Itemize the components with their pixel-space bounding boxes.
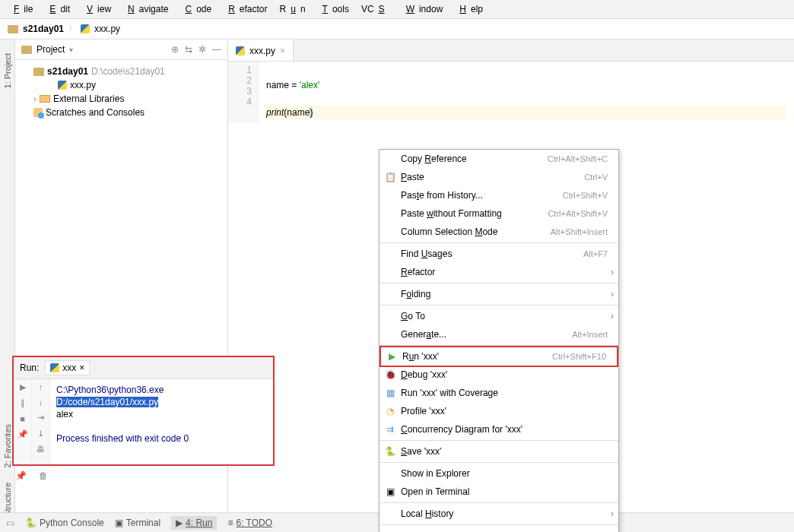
- rerun-icon[interactable]: ▶: [20, 382, 26, 392]
- tool-project[interactable]: 1: Project: [3, 49, 12, 93]
- python-file-icon: [81, 24, 90, 33]
- ctx-refactor[interactable]: Refactor: [380, 263, 618, 281]
- ctx-exec-line[interactable]: Execute Line in ConsoleAlt+Shift+E: [380, 527, 618, 532]
- dropdown-icon[interactable]: ▾: [69, 46, 73, 54]
- hide-icon[interactable]: —: [212, 44, 221, 55]
- close-icon[interactable]: ×: [79, 363, 84, 373]
- paste-icon: 📋: [384, 172, 396, 182]
- pin-icon[interactable]: 📌: [15, 470, 27, 481]
- run-tool-window: Run: xxx × ▶ ∥ ■ 📌 ↑ ↓ ⇥ ⤓ 🖶 C:\Python36…: [12, 356, 275, 466]
- run-output[interactable]: C:\Python36\python36.exe D:/code/s21day0…: [50, 379, 273, 464]
- python-icon: 🐍: [384, 446, 396, 457]
- run-toolbar-mid: ↑ ↓ ⇥ ⤓ 🖶: [32, 379, 50, 464]
- menu-refactor[interactable]: Refactor: [219, 2, 272, 16]
- run-toolbar-bottom: 📌🗑: [12, 467, 55, 484]
- menu-tools[interactable]: Tools: [313, 2, 354, 16]
- ctx-concurrency-xxx[interactable]: ⇉Concurrency Diagram for 'xxx': [380, 420, 618, 439]
- python-file-icon: [50, 363, 59, 372]
- menu-view[interactable]: View: [78, 2, 116, 16]
- wrap-icon[interactable]: ⇥: [37, 413, 44, 423]
- print-icon[interactable]: 🖶: [37, 445, 45, 454]
- run-toolbar-left: ▶ ∥ ■ 📌: [14, 379, 32, 464]
- scratch-icon: [33, 108, 43, 117]
- ctx-paste[interactable]: 📋PasteCtrl+V: [380, 168, 618, 186]
- settings-icon[interactable]: ✲: [198, 44, 206, 55]
- bottom-run[interactable]: ▶ 4: Run: [171, 516, 217, 530]
- menu-file[interactable]: File: [5, 2, 37, 16]
- bottom-python-console[interactable]: 🐍 Python Console: [25, 518, 104, 528]
- folder-icon: [8, 25, 18, 33]
- concurrency-icon: ⇉: [384, 424, 396, 435]
- editor-tab-xxx[interactable]: xxx.py ×: [228, 40, 294, 61]
- collapse-icon[interactable]: ⇆: [185, 44, 192, 55]
- scroll-icon[interactable]: ⤓: [37, 429, 44, 439]
- folder-icon: [21, 46, 32, 54]
- menu-navigate[interactable]: Navigate: [119, 2, 173, 16]
- run-header: Run: xxx ×: [14, 357, 273, 379]
- ctx-local-history[interactable]: Local History: [380, 505, 618, 523]
- pin-icon[interactable]: 📌: [17, 429, 28, 439]
- run-tab-xxx[interactable]: xxx ×: [45, 360, 90, 375]
- library-icon: [40, 95, 50, 103]
- menu-run[interactable]: Run: [275, 2, 310, 16]
- ctx-copy-reference[interactable]: Copy ReferenceCtrl+Alt+Shift+C: [380, 150, 618, 168]
- trash-icon[interactable]: 🗑: [39, 470, 48, 481]
- debug-icon: 🐞: [384, 369, 396, 380]
- menu-vcs[interactable]: VCS: [357, 2, 394, 16]
- profile-icon: ◔: [384, 406, 396, 416]
- project-title[interactable]: Project: [37, 44, 65, 55]
- breadcrumb-file[interactable]: xxx.py: [94, 24, 120, 34]
- folder-icon: [33, 68, 44, 76]
- python-file-icon: [58, 81, 67, 90]
- bottom-terminal[interactable]: ▣ Terminal: [115, 518, 160, 528]
- locate-icon[interactable]: ⊕: [171, 44, 179, 55]
- ctx-folding[interactable]: Folding: [380, 285, 618, 303]
- tree-project-root[interactable]: s21day01 D:\code\s21day01: [15, 65, 227, 78]
- tree-scratches[interactable]: Scratches and Consoles: [15, 106, 227, 119]
- ctx-open-terminal[interactable]: ▣Open in Terminal: [380, 483, 618, 501]
- terminal-icon: ▣: [384, 486, 396, 497]
- menu-help[interactable]: Help: [450, 2, 488, 16]
- menu-edit[interactable]: Edit: [40, 2, 75, 16]
- run-icon: ▶: [386, 351, 398, 362]
- ctx-paste-history[interactable]: Paste from History...Ctrl+Shift+V: [380, 186, 618, 204]
- ctx-generate[interactable]: Generate...Alt+Insert: [380, 325, 618, 344]
- tw-button-icon[interactable]: ▭: [6, 518, 14, 528]
- menu-code[interactable]: Code: [176, 2, 216, 16]
- editor-tab-bar: xxx.py ×: [228, 40, 794, 62]
- python-file-icon: [236, 46, 245, 55]
- main-menu-bar: File Edit View Navigate Code Refactor Ru…: [0, 0, 794, 19]
- pause-icon[interactable]: ∥: [21, 398, 25, 408]
- tool-favorites[interactable]: 2: Favorites: [3, 420, 12, 472]
- breadcrumb-project[interactable]: s21day01: [23, 24, 64, 34]
- run-label: Run:: [20, 363, 39, 373]
- breadcrumb: s21day01 〉 xxx.py: [0, 19, 794, 40]
- ctx-goto[interactable]: Go To: [380, 307, 618, 325]
- down-icon[interactable]: ↓: [39, 397, 43, 407]
- ctx-profile-xxx[interactable]: ◔Profile 'xxx': [380, 402, 618, 420]
- project-tree: s21day01 D:\code\s21day01 xxx.py › Exter…: [15, 60, 227, 124]
- ctx-coverage-xxx[interactable]: ▦Run 'xxx' with Coverage: [380, 384, 618, 402]
- ctx-find-usages[interactable]: Find UsagesAlt+F7: [380, 245, 618, 263]
- ctx-paste-no-fmt[interactable]: Paste without FormattingCtrl+Alt+Shift+V: [380, 204, 618, 223]
- editor-gutter: 1 2 3 4: [228, 62, 259, 122]
- editor-content[interactable]: name = 'alex' print(name): [259, 62, 794, 122]
- ctx-column-selection[interactable]: Column Selection ModeAlt+Shift+Insert: [380, 223, 618, 241]
- editor-context-menu: Copy ReferenceCtrl+Alt+Shift+C 📋PasteCtr…: [379, 149, 619, 532]
- up-icon[interactable]: ↑: [39, 382, 43, 391]
- ctx-show-explorer[interactable]: Show in Explorer: [380, 464, 618, 483]
- ctx-save-xxx[interactable]: 🐍Save 'xxx': [380, 442, 618, 461]
- ctx-debug-xxx[interactable]: 🐞Debug 'xxx': [380, 366, 618, 384]
- coverage-icon: ▦: [384, 388, 396, 398]
- menu-window[interactable]: Window: [397, 2, 448, 16]
- tree-external-libraries[interactable]: › External Libraries: [15, 92, 227, 106]
- stop-icon[interactable]: ■: [20, 414, 25, 423]
- chevron-icon: 〉: [68, 24, 76, 34]
- close-tab-icon[interactable]: ×: [280, 46, 285, 56]
- bottom-todo[interactable]: ≡ 6: TODO: [227, 518, 272, 528]
- ctx-run-xxx[interactable]: ▶Run 'xxx'Ctrl+Shift+F10: [380, 346, 618, 367]
- tree-file-xxx[interactable]: xxx.py: [15, 78, 227, 92]
